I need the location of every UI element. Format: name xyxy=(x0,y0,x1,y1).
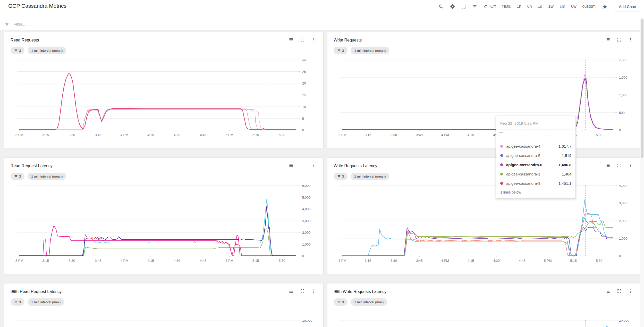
p99-write-requests-latency-chart[interactable]: 05,00010,00015,00020,0003 PM3:153:303:45… xyxy=(334,320,634,327)
filter-count-chip[interactable]: 3 xyxy=(334,298,348,306)
x-tick-label: 3:30 xyxy=(69,133,75,137)
p99-read-request-latency-chart[interactable]: 05,00010,00015,0003 PM3:153:303:454 PM4:… xyxy=(11,320,317,327)
time-label: TIME xyxy=(502,4,511,9)
y-tick-label: 2,000 xyxy=(619,60,628,62)
legend-list-icon[interactable] xyxy=(288,289,293,295)
y-tick-label: 20 xyxy=(302,81,306,85)
y-tick-label: 20,000 xyxy=(619,320,629,322)
refresh-state-label: Off xyxy=(490,4,496,9)
x-tick-label: 4:15 xyxy=(147,133,154,137)
y-tick-label: 5,000 xyxy=(302,196,311,199)
page-scrollbar[interactable] xyxy=(640,18,644,327)
filter-count-chip[interactable]: 3 xyxy=(11,47,24,54)
filter-count-chip[interactable]: 3 xyxy=(11,173,24,180)
y-tick-label: 0 xyxy=(302,254,304,258)
filter-count-chip[interactable]: 3 xyxy=(11,298,24,306)
kebab-menu-icon[interactable] xyxy=(311,163,316,169)
legend-list-icon[interactable] xyxy=(605,163,610,169)
series-color-dot xyxy=(500,173,503,175)
fullscreen-icon[interactable] xyxy=(461,4,466,9)
x-tick-label: 3:30 xyxy=(391,133,397,137)
expand-chart-icon[interactable] xyxy=(300,163,305,169)
x-tick-label: 5 PM xyxy=(226,133,233,137)
auto-refresh-toggle[interactable]: Off xyxy=(483,4,496,9)
kebab-menu-icon[interactable] xyxy=(628,163,633,169)
series-wlat-purple xyxy=(342,227,613,256)
read-requests-chart[interactable]: 0510152025303 PM3:153:303:454 PM4:154:30… xyxy=(11,60,317,137)
x-tick-label: 5:15 xyxy=(252,259,259,263)
x-tick-label: 5:15 xyxy=(570,259,577,263)
x-tick-label: 4:15 xyxy=(147,259,154,263)
tooltip-series-value: 1,519 xyxy=(562,153,571,158)
interval-chip[interactable]: 1 min interval (max) xyxy=(28,298,64,306)
range-1h[interactable]: 1h xyxy=(517,4,521,9)
tooltip-series-name: apigee-cassandra-5 xyxy=(506,153,562,158)
x-tick-label: 3 PM xyxy=(15,133,23,137)
chart-canvas: 05,00010,00015,00020,0003 PM3:153:303:45… xyxy=(334,320,634,327)
legend-list-icon[interactable] xyxy=(288,37,293,43)
x-tick-label: 4:15 xyxy=(468,259,474,263)
y-tick-label: 1,000 xyxy=(619,93,628,97)
hover-marker-dash xyxy=(499,132,503,132)
x-tick-label: 4:30 xyxy=(174,259,180,263)
kebab-menu-icon[interactable] xyxy=(628,289,633,295)
y-tick-label: 1,000 xyxy=(302,242,311,246)
interval-chip[interactable]: 1 min interval (mean) xyxy=(28,173,66,180)
y-tick-label: 2,000 xyxy=(619,219,628,223)
x-tick-label: 3 PM xyxy=(15,259,23,263)
chart-title: Write Requests Latency xyxy=(334,164,377,168)
tooltip-series-value: 1,486.8 xyxy=(558,163,571,167)
kebab-menu-icon[interactable] xyxy=(628,37,633,43)
x-tick-label: 3:45 xyxy=(95,133,101,137)
interval-chip[interactable]: 1 min interval (mean) xyxy=(351,47,389,54)
interval-chip[interactable]: 1 min interval (mean) xyxy=(351,173,389,180)
filter-count-chip[interactable]: 3 xyxy=(334,173,348,180)
range-1m[interactable]: 1m xyxy=(560,4,565,9)
x-tick-label: 3:30 xyxy=(69,259,75,263)
kebab-menu-icon[interactable] xyxy=(311,289,316,295)
tooltip-row: apigee-cassandra-31,451.1 xyxy=(500,179,571,188)
range-1d[interactable]: 1d xyxy=(538,4,543,9)
gear-icon[interactable] xyxy=(450,4,455,9)
series-read-crimson xyxy=(19,73,296,130)
x-tick-label: 4:45 xyxy=(200,259,206,263)
y-tick-label: 1,000 xyxy=(619,237,628,240)
interval-chip[interactable]: 1 min interval (mean) xyxy=(28,47,66,54)
range-6w[interactable]: 6w xyxy=(571,4,576,9)
filter-list-icon[interactable] xyxy=(472,4,477,9)
write-requests-chart[interactable]: 05001,0001,5002,0003 PM3:153:303:454 PM4… xyxy=(334,60,634,137)
filter-count-chip[interactable]: 3 xyxy=(334,47,348,54)
y-tick-label: 3,000 xyxy=(619,201,628,205)
write-requests-latency-chart[interactable]: 01,0002,0003,0004,0003 PM3:153:303:454 P… xyxy=(334,185,634,263)
expand-chart-icon[interactable] xyxy=(617,163,622,169)
star-icon[interactable]: ★ xyxy=(602,4,608,9)
x-tick-label: 5 PM xyxy=(544,259,552,263)
kebab-menu-icon[interactable] xyxy=(311,37,316,43)
range-6h[interactable]: 6h xyxy=(527,4,532,9)
legend-list-icon[interactable] xyxy=(605,37,610,43)
add-chart-button[interactable]: Add Chart xyxy=(614,2,641,11)
y-tick-label: 25 xyxy=(302,70,306,74)
expand-chart-icon[interactable] xyxy=(300,289,305,295)
expand-chart-icon[interactable] xyxy=(617,37,622,43)
y-tick-label: 6,000 xyxy=(302,185,311,188)
legend-list-icon[interactable] xyxy=(288,163,293,169)
x-tick-label: 3:15 xyxy=(42,259,49,263)
range-custom[interactable]: custom xyxy=(582,4,596,9)
interval-chip[interactable]: 1 min interval (max) xyxy=(351,298,387,306)
y-tick-label: 2,000 xyxy=(302,231,311,234)
x-tick-label: 3:45 xyxy=(416,133,422,137)
legend-list-icon[interactable] xyxy=(605,289,610,295)
expand-chart-icon[interactable] xyxy=(300,37,305,43)
tooltip-row: apigee-cassandra-41,617.7 xyxy=(500,141,571,151)
read-request-latency-chart[interactable]: 01,0002,0003,0004,0005,0006,0003 PM3:153… xyxy=(11,185,317,263)
tooltip-series-value: 1,617.7 xyxy=(558,144,571,148)
y-tick-label: 3,000 xyxy=(302,219,311,223)
expand-chart-icon[interactable] xyxy=(617,289,622,295)
range-1w[interactable]: 1w xyxy=(548,4,553,9)
series-lat-green xyxy=(19,229,296,256)
scrollbar-thumb[interactable] xyxy=(641,19,643,158)
filter-input[interactable] xyxy=(13,22,640,27)
zoom-out-icon[interactable] xyxy=(438,4,444,9)
chart-title: Read Requests xyxy=(11,38,39,43)
